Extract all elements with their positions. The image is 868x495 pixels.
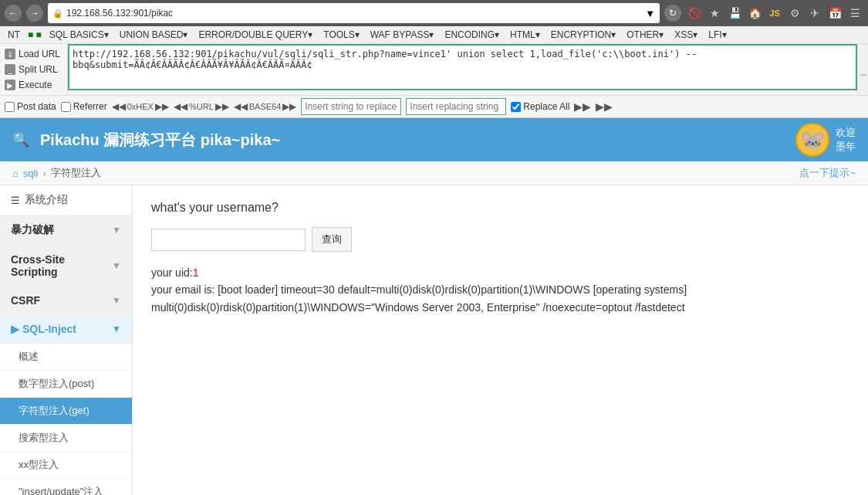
sidebar-item-xss[interactable]: Cross-Site Scripting ▼ — [0, 246, 132, 286]
hex-encode-btn[interactable]: ◀◀ 0xHEX ▶▶ — [112, 101, 169, 112]
content-area: what's your username? 查询 your uid:1 your… — [133, 185, 868, 495]
hackbar-waf-bypass[interactable]: WAF BYPASS▾ — [366, 28, 439, 42]
hex-left-arrow: ◀◀ — [112, 101, 126, 112]
content-question: what's your username? — [151, 201, 849, 215]
stop-icon[interactable]: 🚫 — [686, 5, 703, 22]
sidebar-sqlinject-label: SQL-Inject — [22, 323, 112, 335]
sidebar-item-insert-update[interactable]: "insert/update"注入 — [0, 479, 132, 495]
extension2-icon[interactable]: ✈ — [806, 5, 823, 22]
hackbar-url-textarea[interactable]: http://192.168.56.132:901/pikachu/vul/sq… — [68, 44, 857, 90]
forward-button[interactable]: → — [26, 5, 43, 22]
load-url-icon: ⇓ — [5, 49, 15, 59]
breadcrumb-bar: ⌂ sqli › 字符型注入 点一下提示~ — [0, 161, 868, 185]
main-layout: ☰ 系统介绍 暴力破解 ▼ Cross-Site Scripting ▼ CSR… — [0, 185, 868, 495]
extension3-icon[interactable]: 📅 — [826, 5, 843, 22]
base64-encode-btn[interactable]: ◀◀ BASE64 ▶▶ — [234, 101, 297, 112]
str-replace-input[interactable] — [301, 98, 401, 115]
hackbar-html[interactable]: HTML▾ — [505, 28, 545, 42]
username-input[interactable] — [151, 229, 306, 251]
url-left-arrow: ◀◀ — [174, 101, 187, 112]
sidebar-sqlinject-arrow: ▶ — [11, 323, 19, 335]
sidebar-xss-chevron: ▼ — [112, 260, 121, 271]
hackbar-encryption[interactable]: ENCRYPTION▾ — [546, 28, 620, 42]
split-url-button[interactable]: ⎯ Split URL — [2, 63, 66, 76]
address-bar-input[interactable] — [66, 8, 642, 19]
hackbar-menu-bar: NT ■ ■ SQL BASICS▾ UNION BASED▾ ERROR/DO… — [0, 26, 868, 44]
load-url-label: Load URL — [19, 49, 60, 59]
hackbar-union-based[interactable]: UNION BASED▾ — [115, 28, 193, 42]
avatar: 🐭 — [795, 123, 829, 157]
home-icon[interactable]: 🏠 — [746, 5, 763, 22]
sidebar-brute-label: 暴力破解 — [11, 223, 112, 237]
sidebar-item-intro[interactable]: ☰ 系统介绍 — [0, 185, 132, 215]
execute-icon: ▶ — [5, 80, 15, 90]
sidebar-search-label: 搜索型注入 — [19, 431, 69, 445]
hackbar-left-panel: ⇓ Load URL ⎯ Split URL ▶ Execute — [0, 44, 68, 95]
execute-button[interactable]: ▶ Execute — [2, 78, 66, 92]
pikachu-logo-text: Pikachu 漏洞练习平台 pika~pika~ — [40, 130, 280, 151]
extension1-icon[interactable]: ⚙ — [786, 5, 803, 22]
replace-all-checkbox[interactable]: Replace All — [511, 101, 569, 112]
result-uid-line: your uid:1 — [151, 264, 849, 281]
back-button[interactable]: ← — [5, 5, 22, 22]
hackbar-sql-basics[interactable]: SQL BASICS▾ — [45, 28, 113, 42]
bookmark-icon[interactable]: ★ — [706, 5, 723, 22]
post-data-label: Post data — [17, 101, 56, 112]
post-data-checkbox[interactable]: Post data — [5, 101, 56, 112]
hex-label: 0xHEX — [127, 102, 154, 111]
pikachu-logo: 🔍 Pikachu 漏洞练习平台 pika~pika~ — [12, 130, 280, 151]
hint-link[interactable]: 点一下提示~ — [799, 166, 856, 180]
username-text: 墨年 — [836, 140, 856, 154]
sidebar-item-search[interactable]: 搜索型注入 — [0, 425, 132, 452]
hackbar-xss[interactable]: XSS▾ — [670, 28, 702, 42]
result-email-line: your email is: [boot loader] timeout=30 … — [151, 281, 849, 316]
hackbar-encoding[interactable]: ENCODING▾ — [440, 28, 504, 42]
address-bar-container: 🔒 ▼ — [48, 3, 660, 23]
hackbar-lfi[interactable]: LFI▾ — [704, 28, 731, 42]
url-encode-btn[interactable]: ◀◀ %URL ▶▶ — [174, 101, 229, 112]
hackbar-nt[interactable]: NT — [3, 28, 25, 42]
replace-all-label: Replace All — [523, 101, 569, 112]
sidebar-item-csrf[interactable]: CSRF ▼ — [0, 286, 132, 315]
browser-toolbar: ← → 🔒 ▼ ↻ 🚫 ★ 💾 🏠 JS ⚙ ✈ 📅 ☰ — [0, 0, 868, 26]
referrer-checkbox[interactable]: Referrer — [61, 101, 107, 112]
sidebar-item-str-get[interactable]: 字符型注入(get) — [0, 398, 132, 425]
hackbar-error-double[interactable]: ERROR/DOUBLE QUERY▾ — [194, 28, 317, 42]
str-replacing-input[interactable] — [406, 98, 506, 115]
replace-arrow-right: ▶▶ — [574, 100, 591, 113]
hackbar-resize-handle[interactable]: ⎯ — [857, 44, 868, 95]
replace-all-check[interactable] — [511, 102, 521, 112]
welcome-text: 欢迎 — [836, 126, 856, 140]
pikachu-user: 🐭 欢迎 墨年 — [795, 123, 856, 157]
sidebar-xx-label: xx型注入 — [19, 458, 59, 472]
hackbar-tools[interactable]: TOOLS▾ — [319, 28, 363, 42]
sidebar-item-num-post[interactable]: 数字型注入(post) — [0, 371, 132, 398]
result-uid-value: 1 — [193, 266, 199, 279]
browser-chrome: ← → 🔒 ▼ ↻ 🚫 ★ 💾 🏠 JS ⚙ ✈ 📅 ☰ NT ■ ■ SQL … — [0, 0, 868, 495]
submit-button[interactable]: 查询 — [312, 227, 352, 252]
hackbar-other[interactable]: OTHER▾ — [622, 28, 668, 42]
menu-button[interactable]: ☰ — [846, 5, 863, 22]
load-url-button[interactable]: ⇓ Load URL — [2, 47, 66, 61]
sidebar-item-brute[interactable]: 暴力破解 ▼ — [0, 215, 132, 246]
sidebar-csrf-label: CSRF — [11, 294, 112, 307]
split-url-icon: ⎯ — [5, 64, 15, 75]
save-icon[interactable]: 💾 — [726, 5, 743, 22]
js-icon[interactable]: JS — [766, 5, 783, 22]
content-form: 查询 — [151, 227, 849, 252]
pikachu-header: 🔍 Pikachu 漏洞练习平台 pika~pika~ 🐭 欢迎 墨年 — [0, 118, 868, 161]
sidebar-intro-icon: ☰ — [11, 195, 20, 206]
split-url-label: Split URL — [19, 64, 58, 75]
sidebar-item-xx[interactable]: xx型注入 — [0, 452, 132, 479]
refresh-button[interactable]: ↻ — [664, 5, 681, 22]
execute-label: Execute — [19, 80, 52, 90]
referrer-check[interactable] — [61, 102, 71, 112]
sqli-breadcrumb-link[interactable]: sqli — [23, 168, 39, 179]
sidebar-item-overview[interactable]: 概述 — [0, 344, 132, 371]
sidebar-item-sqlinject[interactable]: ▶ SQL-Inject ▼ — [0, 315, 132, 344]
home-icon[interactable]: ⌂ — [12, 168, 19, 179]
sidebar-xss-label: Cross-Site Scripting — [11, 253, 112, 278]
post-data-check[interactable] — [5, 102, 15, 112]
hex-right-arrow: ▶▶ — [155, 101, 169, 112]
lock-icon: 🔒 — [52, 8, 63, 19]
